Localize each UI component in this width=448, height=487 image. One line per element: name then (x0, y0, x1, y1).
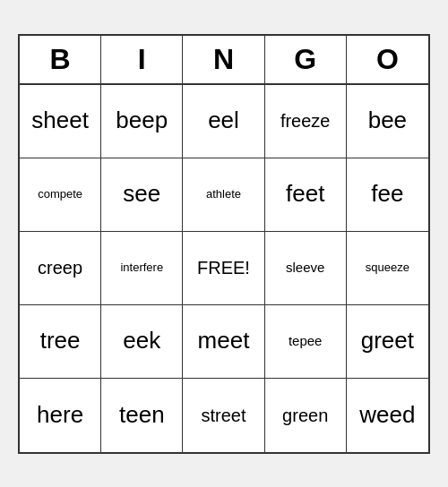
bingo-cell: meet (183, 305, 264, 379)
cell-word: athlete (206, 187, 241, 201)
bingo-cell: tree (20, 305, 101, 379)
bingo-cell: greet (347, 305, 428, 379)
header-letter: B (20, 36, 101, 83)
header-letter: I (101, 36, 183, 83)
bingo-cell: beep (101, 85, 183, 158)
bingo-grid: sheetbeepeelfreezebeecompeteseeathletefe… (20, 85, 428, 452)
bingo-cell: eek (101, 305, 183, 379)
cell-word: FREE! (197, 257, 250, 278)
cell-word: feet (286, 180, 324, 208)
cell-word: weed (359, 401, 415, 429)
cell-word: sleeve (286, 260, 324, 276)
cell-word: bee (368, 107, 407, 134)
cell-word: here (37, 401, 83, 429)
bingo-cell: feet (265, 158, 347, 232)
cell-word: sheet (31, 107, 89, 134)
bingo-card: BINGO sheetbeepeelfreezebeecompeteseeath… (18, 34, 430, 454)
header-letter: G (265, 36, 347, 83)
cell-word: teen (119, 401, 165, 429)
cell-word: compete (38, 187, 82, 201)
cell-word: beep (116, 107, 168, 134)
bingo-cell: street (183, 379, 264, 452)
bingo-cell: here (20, 379, 101, 452)
bingo-cell: athlete (183, 158, 264, 232)
bingo-cell: fee (347, 158, 428, 232)
bingo-cell: eel (183, 85, 264, 158)
cell-word: tepee (289, 333, 323, 349)
cell-word: meet (198, 327, 250, 355)
cell-word: freeze (280, 110, 331, 132)
cell-word: squeeze (366, 261, 409, 275)
bingo-cell: tepee (265, 305, 347, 379)
bingo-cell: see (101, 158, 183, 232)
cell-word: green (282, 405, 328, 426)
cell-word: creep (38, 257, 82, 278)
cell-word: eek (123, 327, 160, 355)
header-letter: O (347, 36, 428, 83)
bingo-cell: freeze (265, 85, 347, 158)
bingo-cell: FREE! (183, 232, 264, 305)
bingo-cell: interfere (101, 232, 183, 305)
cell-word: street (201, 405, 246, 426)
bingo-cell: teen (101, 379, 183, 452)
cell-word: greet (361, 327, 414, 355)
cell-word: tree (40, 327, 81, 355)
bingo-cell: squeeze (347, 232, 428, 305)
cell-word: interfere (120, 261, 163, 275)
cell-word: fee (371, 180, 403, 208)
cell-word: eel (208, 107, 239, 134)
bingo-cell: green (265, 379, 347, 452)
header-letter: N (183, 36, 264, 83)
bingo-cell: weed (347, 379, 428, 452)
bingo-cell: sheet (20, 85, 101, 158)
bingo-header: BINGO (20, 36, 428, 85)
bingo-cell: creep (20, 232, 101, 305)
bingo-cell: bee (347, 85, 428, 158)
cell-word: see (123, 180, 160, 208)
bingo-cell: sleeve (265, 232, 347, 305)
bingo-cell: compete (20, 158, 101, 232)
